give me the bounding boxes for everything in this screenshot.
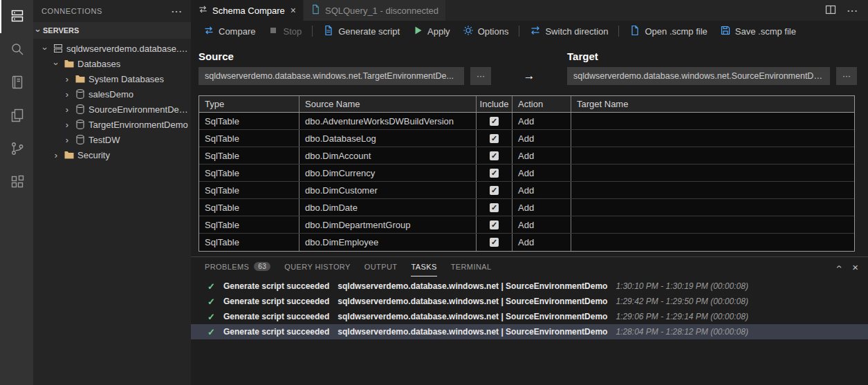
tree-item-server[interactable]: › sqldwserverdemo.database.wi... bbox=[33, 41, 191, 56]
toolbar-separator bbox=[618, 26, 619, 37]
tree-item-salesdemo[interactable]: › salesDemo bbox=[33, 86, 191, 102]
activity-item-explorer[interactable] bbox=[0, 100, 33, 133]
source-connection-input[interactable] bbox=[198, 67, 464, 85]
column-header-target-name[interactable]: Target Name bbox=[571, 96, 854, 112]
generate-script-button[interactable]: Generate script bbox=[317, 23, 405, 40]
panel-tab-query-history[interactable]: QUERY HISTORY bbox=[284, 257, 350, 276]
table-row[interactable]: SqlTable dbo.DatabaseLog Add bbox=[199, 130, 854, 147]
activity-bar bbox=[0, 0, 33, 385]
chevron-right-icon[interactable]: › bbox=[62, 104, 72, 115]
open-scmp-button[interactable]: Open .scmp file bbox=[624, 23, 712, 40]
include-checkbox[interactable] bbox=[490, 238, 499, 247]
task-detail: sqldwserverdemo.database.windows.net | S… bbox=[338, 312, 607, 321]
panel-tab-output[interactable]: OUTPUT bbox=[364, 257, 398, 276]
include-checkbox[interactable] bbox=[490, 169, 499, 178]
server-icon bbox=[53, 43, 64, 54]
tree-item-security[interactable]: › Security bbox=[33, 147, 191, 162]
success-check-icon: ✓ bbox=[207, 297, 215, 307]
column-header-source-name[interactable]: Source Name bbox=[299, 96, 477, 112]
include-checkbox[interactable] bbox=[490, 186, 499, 195]
switch-direction-button-label: Switch direction bbox=[545, 26, 608, 37]
target-browse-button[interactable]: ··· bbox=[836, 67, 857, 85]
include-checkbox[interactable] bbox=[490, 151, 499, 160]
task-list-item[interactable]: ✓ Generate script succeeded sqldwserverd… bbox=[191, 324, 868, 339]
stop-icon bbox=[268, 25, 279, 38]
column-header-action[interactable]: Action bbox=[513, 96, 571, 112]
split-editor-icon[interactable] bbox=[825, 4, 836, 17]
task-history-list: ✓ Generate script succeeded sqldwserverd… bbox=[191, 276, 868, 385]
task-title: Generate script succeeded bbox=[223, 281, 329, 291]
more-actions-icon[interactable]: ··· bbox=[172, 6, 183, 17]
task-time: 1:30:10 PM - 1:30:19 PM (00:00:08) bbox=[616, 281, 748, 291]
table-row[interactable]: SqlTable dbo.DimCurrency Add bbox=[199, 165, 854, 182]
tree-item-label: TestDW bbox=[89, 135, 120, 145]
cell-type: SqlTable bbox=[199, 165, 299, 181]
column-header-type[interactable]: Type bbox=[199, 96, 299, 112]
servers-section-header[interactable]: › SERVERS bbox=[33, 22, 191, 39]
include-checkbox[interactable] bbox=[490, 117, 499, 126]
tree-item-databases[interactable]: › Databases bbox=[33, 56, 191, 71]
apply-button[interactable]: Apply bbox=[407, 23, 456, 40]
table-row[interactable]: SqlTable dbo.AdventureWorksDWBuildVersio… bbox=[199, 113, 854, 130]
activity-item-notebooks[interactable] bbox=[0, 66, 33, 100]
table-row[interactable]: SqlTable dbo.DimCustomer Add bbox=[199, 182, 854, 199]
include-checkbox[interactable] bbox=[490, 134, 499, 143]
task-list-item[interactable]: ✓ Generate script succeeded sqldwserverd… bbox=[191, 309, 868, 324]
table-row[interactable]: SqlTable dbo.DimEmployee Add bbox=[199, 234, 854, 251]
options-button[interactable]: Options bbox=[457, 23, 515, 40]
column-header-include[interactable]: Include bbox=[477, 96, 513, 112]
table-row[interactable]: SqlTable dbo.DimDate Add bbox=[199, 199, 854, 216]
cell-include bbox=[477, 113, 513, 129]
activity-item-connections[interactable] bbox=[0, 0, 33, 33]
tree-item-testdw[interactable]: › TestDW bbox=[33, 132, 191, 147]
extensions-icon bbox=[9, 173, 26, 192]
task-list-item[interactable]: ✓ Generate script succeeded sqldwserverd… bbox=[191, 294, 868, 309]
chevron-right-icon[interactable]: › bbox=[62, 89, 72, 100]
include-checkbox[interactable] bbox=[490, 203, 499, 212]
table-row[interactable]: SqlTable dbo.DimAccount Add bbox=[199, 147, 854, 165]
cell-type: SqlTable bbox=[199, 130, 299, 147]
chevron-right-icon[interactable]: › bbox=[51, 150, 61, 160]
panel-tab-problems[interactable]: PROBLEMS 63 bbox=[205, 257, 270, 276]
activity-item-source-control[interactable] bbox=[0, 133, 33, 166]
cell-type: SqlTable bbox=[199, 113, 299, 129]
folder-icon bbox=[75, 73, 86, 84]
stop-button[interactable]: Stop bbox=[262, 23, 307, 40]
chevron-right-icon[interactable]: › bbox=[62, 120, 72, 130]
close-icon[interactable]: × bbox=[290, 5, 296, 16]
switch-direction-button[interactable]: Switch direction bbox=[524, 23, 613, 40]
chevron-down-icon[interactable]: › bbox=[40, 44, 50, 53]
compare-icon bbox=[203, 25, 214, 38]
tree-item-targetenvironmentdemo[interactable]: › TargetEnvironmentDemo bbox=[33, 117, 191, 132]
panel-tab-bar: PROBLEMS 63 QUERY HISTORY OUTPUT TASKS T… bbox=[191, 257, 868, 276]
chevron-right-icon[interactable]: › bbox=[62, 135, 72, 145]
source-browse-button[interactable]: ··· bbox=[470, 67, 491, 85]
compare-button[interactable]: Compare bbox=[198, 23, 261, 40]
chevron-right-icon[interactable]: › bbox=[62, 74, 72, 84]
cell-source-name: dbo.DimCurrency bbox=[299, 165, 477, 181]
activity-item-extensions[interactable] bbox=[0, 166, 33, 199]
save-scmp-button[interactable]: Save .scmp file bbox=[714, 23, 802, 40]
tree-item-system-databases[interactable]: › System Databases bbox=[33, 71, 191, 86]
sidebar-title: CONNECTIONS bbox=[41, 7, 102, 15]
tree-item-label: Databases bbox=[77, 59, 120, 69]
more-actions-icon[interactable]: ··· bbox=[847, 6, 858, 16]
panel-tab-tasks[interactable]: TASKS bbox=[411, 257, 436, 276]
tab-sqlquery[interactable]: SQLQuery_1 - disconnected bbox=[304, 0, 445, 21]
tab-schema-compare[interactable]: Schema Compare × bbox=[191, 0, 303, 21]
chevron-down-icon[interactable]: › bbox=[51, 59, 62, 68]
task-time: 1:29:06 PM - 1:29:14 PM (00:00:08) bbox=[616, 312, 748, 321]
task-list-item[interactable]: ✓ Generate script succeeded sqldwserverd… bbox=[191, 279, 868, 294]
activity-item-search[interactable] bbox=[0, 33, 33, 66]
target-connection-input[interactable] bbox=[567, 67, 830, 85]
task-detail: sqldwserverdemo.database.windows.net | S… bbox=[338, 327, 607, 337]
close-panel-icon[interactable]: × bbox=[852, 261, 858, 273]
panel-tab-terminal[interactable]: TERMINAL bbox=[451, 257, 492, 276]
tree-item-sourceenvironmentdemo[interactable]: › SourceEnvironmentDemo bbox=[33, 102, 191, 117]
chevron-down-icon[interactable]: › bbox=[33, 26, 44, 35]
include-checkbox[interactable] bbox=[490, 220, 499, 229]
table-row[interactable]: SqlTable dbo.DimDepartmentGroup Add bbox=[199, 216, 854, 234]
maximize-panel-icon[interactable]: › bbox=[833, 265, 844, 269]
cell-target-name bbox=[571, 199, 854, 216]
tree-item-label: sqldwserverdemo.database.wi... bbox=[66, 44, 191, 54]
